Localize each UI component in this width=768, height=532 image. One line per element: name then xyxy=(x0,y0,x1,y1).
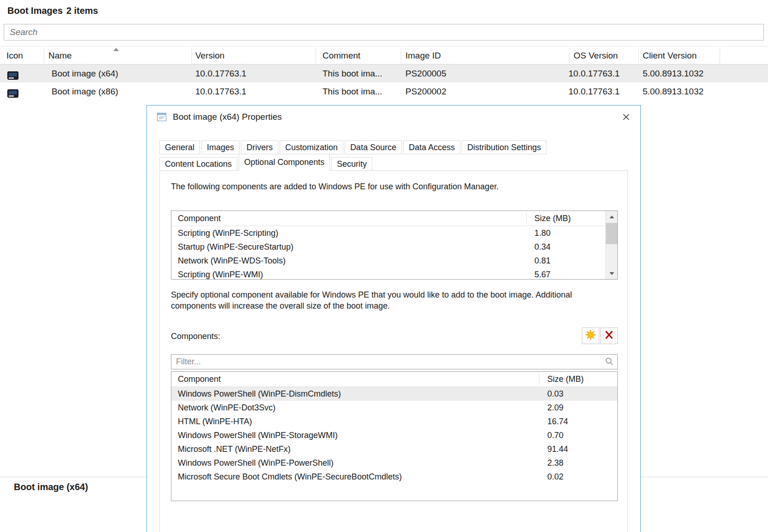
properties-dialog: Boot image (x64) Properties General Imag… xyxy=(147,105,641,532)
list-column-size: Size (MB) xyxy=(547,372,584,387)
components-label: Components: xyxy=(171,332,220,341)
column-header-client-version[interactable]: Client Version xyxy=(643,47,697,65)
component-size: 0.81 xyxy=(534,254,551,268)
component-size: 2.38 xyxy=(547,456,563,470)
close-icon[interactable] xyxy=(618,110,634,124)
component-name: Windows PowerShell (WinPE-StorageWMI) xyxy=(178,428,338,442)
tab-content-locations[interactable]: Content Locations xyxy=(159,157,237,171)
scroll-down-icon[interactable] xyxy=(606,268,617,279)
list-column-component: Component xyxy=(178,372,221,387)
search-input[interactable] xyxy=(4,24,764,41)
component-name: Windows PowerShell (WinPE-PowerShell) xyxy=(178,456,334,470)
table-row[interactable]: Boot image (x64) 10.0.17763.1 This boot … xyxy=(0,64,768,82)
table-row[interactable]: Boot image (x86) 10.0.17763.1 This boot … xyxy=(0,82,768,100)
column-divider xyxy=(638,48,639,64)
column-divider xyxy=(569,48,569,64)
component-name: Network (WinPE-WDS-Tools) xyxy=(178,254,286,268)
row-comment: This boot ima... xyxy=(322,64,382,82)
column-header-name[interactable]: Name xyxy=(48,47,72,65)
list-item[interactable]: Windows PowerShell (WinPE-DismCmdlets) 0… xyxy=(171,387,617,401)
component-name: Startup (WinPE-SecureStartup) xyxy=(178,240,293,254)
boot-image-icon xyxy=(7,87,18,105)
column-header-os-version[interactable]: OS Version xyxy=(574,47,618,65)
tab-data-access[interactable]: Data Access xyxy=(403,140,460,154)
tab-strip-row2: Content Locations Optional Components Se… xyxy=(159,154,372,171)
add-component-button[interactable] xyxy=(582,327,599,344)
item-count: 2 items xyxy=(66,6,98,16)
row-comment: This boot ima... xyxy=(322,82,382,100)
component-name: Windows PowerShell (WinPE-DismCmdlets) xyxy=(178,387,341,401)
column-divider xyxy=(526,213,527,224)
column-header-icon[interactable]: Icon xyxy=(6,47,23,65)
optional-components-panel: The following components are added to Wi… xyxy=(159,170,628,532)
list-item[interactable]: HTML (WinPE-HTA) 16.74 xyxy=(171,415,617,428)
component-size: 16.74 xyxy=(547,415,568,428)
added-components-list: Component Size (MB) Scripting (WinPE-Scr… xyxy=(171,210,618,280)
table-header: Icon Name Version Comment Image ID OS Ve… xyxy=(0,46,768,64)
component-size: 2.09 xyxy=(547,401,563,415)
page-title-text: Boot Images xyxy=(7,6,63,16)
column-header-version[interactable]: Version xyxy=(195,47,224,65)
intro-text: The following components are added to Wi… xyxy=(171,182,498,192)
column-divider xyxy=(191,48,192,64)
tab-customization[interactable]: Customization xyxy=(280,140,343,154)
row-os-version: 10.0.17763.1 xyxy=(568,64,620,82)
list-column-size: Size (MB) xyxy=(534,211,571,226)
dialog-title: Boot image (x64) Properties xyxy=(173,105,282,129)
tab-strip-row1: General Images Drivers Customization Dat… xyxy=(159,140,546,154)
component-size: 1.80 xyxy=(534,226,551,240)
component-name: Network (WinPE-Dot3Svc) xyxy=(178,401,276,415)
component-size: 91.44 xyxy=(547,442,568,456)
tab-optional-components[interactable]: Optional Components xyxy=(239,154,330,171)
component-name: Microsoft Secure Boot Cmdlets (WinPE-Sec… xyxy=(178,470,402,484)
component-size: 0.34 xyxy=(534,240,551,254)
row-name: Boot image (x64) xyxy=(52,64,118,82)
list-item[interactable]: Scripting (WinPE-WMI) 5.67 xyxy=(171,268,617,280)
column-divider xyxy=(44,48,44,64)
tab-general[interactable]: General xyxy=(159,140,200,154)
list-item[interactable]: Startup (WinPE-SecureStartup) 0.34 xyxy=(171,240,617,254)
scrollbar[interactable] xyxy=(605,211,617,279)
list-item[interactable]: Network (WinPE-Dot3Svc) 2.09 xyxy=(171,401,617,415)
scrollbar-thumb[interactable] xyxy=(606,223,617,244)
tab-data-source[interactable]: Data Source xyxy=(345,140,402,154)
dialog-titlebar[interactable]: Boot image (x64) Properties xyxy=(147,105,640,129)
page-title: Boot Images2 items xyxy=(7,6,98,16)
component-name: Scripting (WinPE-WMI) xyxy=(178,268,263,280)
row-name: Boot image (x86) xyxy=(52,82,118,100)
list-item[interactable]: Network (WinPE-WDS-Tools) 0.81 xyxy=(171,254,617,268)
tab-security[interactable]: Security xyxy=(331,157,372,171)
list-item[interactable]: Windows PowerShell (WinPE-StorageWMI) 0.… xyxy=(171,428,617,442)
delete-component-button[interactable] xyxy=(600,327,618,344)
row-os-version: 10.0.17763.1 xyxy=(568,82,620,100)
column-divider xyxy=(720,48,720,64)
component-name: Microsoft .NET (WinPE-NetFx) xyxy=(178,442,291,456)
filter-input[interactable] xyxy=(171,354,618,369)
column-divider xyxy=(539,374,539,385)
column-divider xyxy=(316,48,316,64)
tab-drivers[interactable]: Drivers xyxy=(241,140,278,154)
list-item[interactable]: Scripting (WinPE-Scripting) 1.80 xyxy=(171,226,617,240)
new-starburst-icon xyxy=(585,329,596,342)
tab-images[interactable]: Images xyxy=(201,140,240,154)
row-version: 10.0.17763.1 xyxy=(195,82,246,100)
column-header-comment[interactable]: Comment xyxy=(322,47,360,65)
row-image-id: PS200002 xyxy=(405,82,446,100)
row-client-version: 5.00.8913.1032 xyxy=(643,64,704,82)
description-text: Specify optional component available for… xyxy=(171,289,612,311)
component-name: Scripting (WinPE-Scripting) xyxy=(178,226,278,240)
tab-distribution-settings[interactable]: Distribution Settings xyxy=(462,140,546,154)
list-item[interactable]: Microsoft Secure Boot Cmdlets (WinPE-Sec… xyxy=(171,470,617,484)
column-header-image-id[interactable]: Image ID xyxy=(405,47,441,65)
scroll-up-icon[interactable] xyxy=(606,211,617,222)
list-item[interactable]: Microsoft .NET (WinPE-NetFx) 91.44 xyxy=(171,442,617,456)
component-size: 0.70 xyxy=(547,428,563,442)
component-size: 0.03 xyxy=(547,387,563,401)
row-version: 10.0.17763.1 xyxy=(195,64,246,82)
component-name: HTML (WinPE-HTA) xyxy=(178,415,252,428)
delete-x-icon xyxy=(604,330,614,342)
sort-ascending-icon xyxy=(113,48,119,51)
list-item[interactable]: Windows PowerShell (WinPE-PowerShell) 2.… xyxy=(171,456,617,470)
component-size: 5.67 xyxy=(534,268,551,280)
screen: Boot Images2 items Icon Name Version Com… xyxy=(0,0,768,532)
